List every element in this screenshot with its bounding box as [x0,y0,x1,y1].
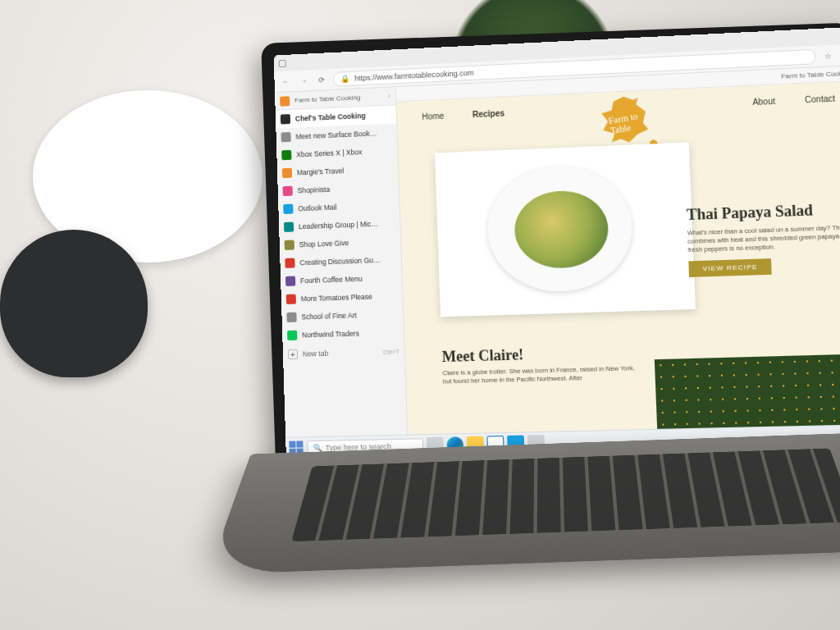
nav-home[interactable]: Home [422,112,444,121]
tab-favicon-icon [282,167,292,177]
tab-favicon-icon [286,294,296,304]
tab-favicon-icon [281,131,290,141]
laptop: ← → ⟳ 🔒 https://www.farmtotablecooking.c… [261,23,840,609]
laptop-keyboard [208,431,840,574]
tab-label: Fourth Coffee Menu [300,273,382,284]
tab-favicon-icon [284,221,294,231]
pinned-label: Farm to Table Cooking [294,94,360,104]
tab-favicon-icon [285,276,295,285]
tab-favicon-icon [283,185,293,195]
tab-list: Chef's Table Cooking✕Meet new Surface Bo… [276,105,404,345]
tab-label: Margie's Travel [297,165,378,176]
new-tab-label: New tab [303,349,329,358]
favorites-button[interactable]: ☆ [820,48,835,62]
tab-label: Shop Love Give [299,237,381,249]
tab-actions-icon[interactable] [279,59,286,66]
tab-favicon-icon [281,114,290,124]
tab-label: Meet new Surface Book 3 or 15.5" [295,129,377,140]
page: Farm to Table Cooking Home Recipes About… [396,66,840,435]
meet-section: Meet Claire! Claire is a globe trotter. … [441,343,637,386]
meet-blurb: Claire is a globe trotter. She was born … [442,364,638,386]
page-content: Home Recipes About Contact Farm to Table [396,80,840,434]
meet-title: Meet Claire! [441,343,637,366]
tab-item[interactable]: Northwind Traders✕ [282,323,404,345]
recipe-title: Thai Papaya Salad [687,199,840,224]
tab-label: Northwind Traders [302,328,384,339]
pinned-favicon-icon [280,96,290,106]
tab-favicon-icon [281,149,291,159]
refresh-button[interactable]: ⟳ [315,73,328,87]
nav-contact[interactable]: Contact [805,94,835,104]
screen: ← → ⟳ 🔒 https://www.farmtotablecooking.c… [274,26,840,459]
secondary-photo [655,354,840,435]
back-button[interactable]: ← [279,75,292,89]
chicken-icon [598,95,651,144]
new-tab-button[interactable]: + New tab Ctrl+T [283,341,405,364]
hero-image [435,143,696,317]
tab-label: Leadership Group | Microsoft [299,219,380,231]
forward-button[interactable]: → [297,74,310,88]
tab-favicon-icon [285,240,294,249]
url-text: https://www.farmtotablecooking.com [354,68,474,82]
vertical-tabs-sidebar: Farm to Table Cooking ‹ Chef's Table Coo… [275,87,408,437]
tab-label: Chef's Table Cooking [295,111,377,122]
photo-coffee-mug [0,230,148,377]
tab-label: Shopinista [297,183,378,194]
laptop-lid: ← → ⟳ 🔒 https://www.farmtotablecooking.c… [261,23,840,470]
recipe-card: Thai Papaya Salad What's nicer than a co… [687,199,840,277]
search-icon: 🔍 [313,443,322,451]
desk-scene: ← → ⟳ 🔒 https://www.farmtotablecooking.c… [0,0,840,630]
recipe-blurb: What's nicer than a cool salad on a summ… [687,222,840,254]
new-tab-shortcut: Ctrl+T [383,349,399,355]
page-tab-label: Farm to Table Cooking [781,70,840,80]
view-recipe-button[interactable]: VIEW RECIPE [688,258,772,277]
nav-recipes[interactable]: Recipes [472,108,505,119]
workspace: Farm to Table Cooking ‹ Chef's Table Coo… [275,66,840,437]
tab-favicon-icon [285,258,294,267]
nav-about[interactable]: About [752,97,775,107]
tab-label: School of Fine Art [301,310,383,321]
tab-label: More Tomatoes Please [301,292,383,303]
tab-favicon-icon [283,203,293,213]
lock-icon: 🔒 [340,74,349,82]
tab-label: Outlook Mail [298,201,379,212]
plus-icon: + [288,349,298,359]
tab-label: Xbox Series X | Xbox [296,147,377,158]
collapse-tabs-icon[interactable]: ‹ [388,93,390,100]
tab-label: Creating Discussion Guidelines [299,255,381,266]
tab-favicon-icon [287,330,297,340]
tab-favicon-icon [286,312,296,322]
